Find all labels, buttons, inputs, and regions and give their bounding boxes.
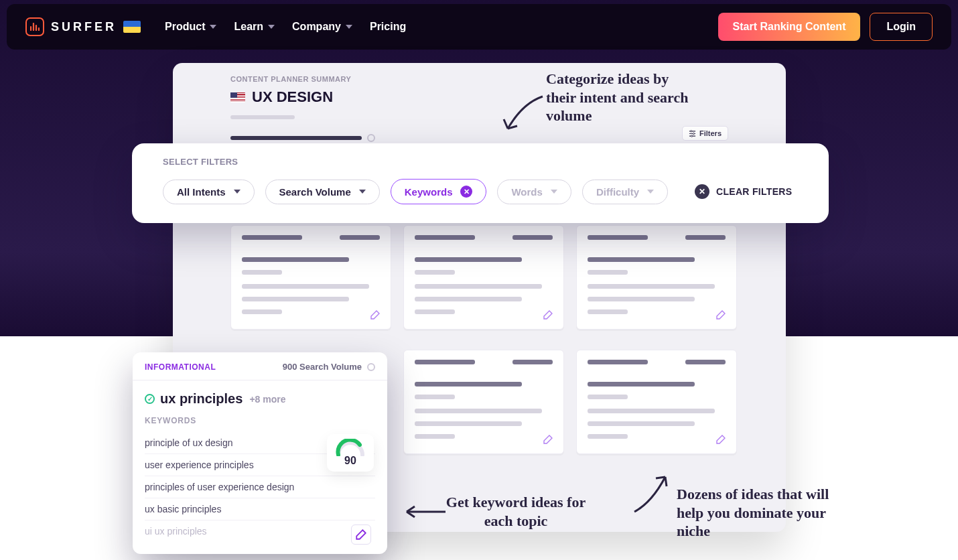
chip-keywords[interactable]: Keywords ✕ [391, 179, 487, 204]
topic-title: ux principles [160, 391, 243, 407]
nav-item-learn[interactable]: Learn [234, 21, 275, 33]
chevron-down-icon [234, 190, 241, 194]
remove-icon[interactable]: ✕ [460, 186, 472, 198]
filters-button[interactable]: Filters [682, 126, 728, 141]
annotation-ideas: Dozens of ideas that will help you domin… [677, 485, 831, 541]
edit-icon[interactable] [541, 307, 555, 322]
edit-button[interactable] [351, 524, 371, 545]
keywords-label: KEYWORDS [145, 416, 375, 425]
arrow-icon [496, 90, 549, 143]
nav-right: Start Ranking Content Login [718, 13, 933, 41]
search-volume-label: 900 Search Volume [283, 362, 362, 372]
chevron-down-icon [210, 25, 216, 29]
annotation-intent: Categorize ideas by their intent and sea… [546, 70, 700, 125]
brand-logo[interactable]: SURFER [25, 17, 141, 36]
chip-words[interactable]: Words [497, 180, 571, 204]
keyword-item[interactable]: ux basic principles [145, 498, 375, 520]
sliders-icon [689, 130, 696, 137]
idea-card[interactable] [576, 350, 737, 454]
idea-card[interactable] [403, 350, 564, 454]
score-value: 90 [344, 455, 356, 467]
ukraine-flag-icon [123, 21, 141, 33]
chip-search-volume[interactable]: Search Volume [265, 180, 380, 204]
skeleton-bar [230, 115, 295, 119]
chip-all-intents[interactable]: All Intents [163, 180, 255, 204]
annotation-keywords: Get keyword ideas for each topic [446, 493, 586, 530]
brand-text: SURFER [51, 20, 117, 34]
panel-title: UX DESIGN [252, 88, 333, 106]
keyword-item[interactable]: ui ux principles [145, 520, 375, 542]
idea-card[interactable] [230, 225, 391, 330]
clear-filters-button[interactable]: ✕ CLEAR FILTERS [695, 184, 792, 199]
arrow-icon [626, 465, 680, 518]
check-icon: ✓ [145, 394, 155, 404]
edit-icon[interactable] [713, 307, 728, 322]
idea-card[interactable] [576, 225, 737, 330]
edit-icon[interactable] [713, 432, 728, 447]
chevron-down-icon [268, 25, 275, 29]
intent-tag: INFORMATIONAL [145, 362, 216, 372]
login-button[interactable]: Login [870, 13, 933, 41]
idea-card[interactable] [403, 225, 564, 330]
chevron-down-icon [647, 190, 654, 194]
info-icon [367, 134, 375, 142]
filter-label: SELECT FILTERS [163, 157, 798, 167]
chip-difficulty[interactable]: Difficulty [582, 180, 668, 204]
nav-item-company[interactable]: Company [292, 21, 352, 33]
navbar: SURFER Product Learn Company Pricing Sta… [7, 4, 951, 50]
keyword-item[interactable]: principles of user experience design [145, 476, 375, 498]
cta-button[interactable]: Start Ranking Content [718, 13, 861, 41]
us-flag-icon [230, 92, 245, 102]
edit-icon[interactable] [368, 307, 383, 322]
svg-point-0 [690, 130, 691, 131]
ideas-grid [230, 225, 737, 330]
nav-menu: Product Learn Company Pricing [165, 21, 406, 33]
panel-subtitle: CONTENT PLANNER SUMMARY [230, 75, 786, 83]
chevron-down-icon [551, 190, 557, 194]
progress-bar [230, 136, 362, 140]
info-icon [367, 363, 375, 371]
nav-item-product[interactable]: Product [165, 21, 216, 33]
nav-item-pricing[interactable]: Pricing [370, 21, 406, 33]
topic-detail-card: INFORMATIONAL 900 Search Volume ✓ ux pri… [133, 352, 387, 554]
edit-icon[interactable] [541, 432, 555, 447]
gauge-icon [334, 439, 366, 456]
topic-more: +8 more [249, 394, 285, 405]
svg-point-2 [691, 135, 692, 136]
surfer-icon [25, 17, 44, 36]
nav-left: SURFER Product Learn Company Pricing [25, 17, 406, 36]
chevron-down-icon [346, 25, 352, 29]
arrow-icon [399, 500, 448, 527]
content-score: 90 [327, 434, 374, 472]
close-icon: ✕ [695, 184, 709, 199]
filter-strip: SELECT FILTERS All Intents Search Volume… [132, 143, 829, 223]
svg-point-1 [693, 133, 694, 134]
chevron-down-icon [359, 190, 366, 194]
